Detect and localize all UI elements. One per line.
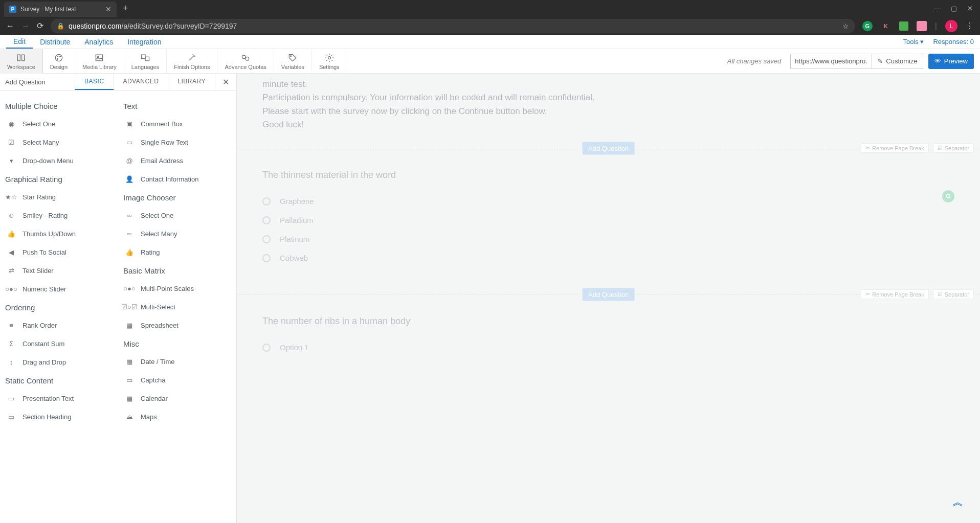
- close-sidebar-button[interactable]: ✕: [215, 74, 236, 90]
- qtype-email[interactable]: @Email Address: [123, 151, 231, 170]
- remove-page-break-button[interactable]: ✂Remove Page Break: [861, 143, 929, 153]
- qtype-select-many[interactable]: ☑Select Many: [5, 133, 113, 151]
- qtype-section-heading[interactable]: ▭Section Heading: [5, 407, 113, 426]
- qtype-maps[interactable]: ⛰Maps: [123, 407, 231, 426]
- question-block-2[interactable]: The number of ribs in a human body Optio…: [237, 301, 980, 377]
- svg-point-12: [291, 55, 292, 56]
- tools-dropdown[interactable]: Tools ▾: [903, 38, 924, 46]
- new-tab-button[interactable]: +: [117, 3, 135, 14]
- tab-advanced[interactable]: ADVANCED: [114, 74, 168, 90]
- extension-k-icon[interactable]: K: [881, 21, 891, 31]
- qtype-rank-order[interactable]: ≡Rank Order: [5, 316, 113, 334]
- numeric-slider-icon: ○●○: [6, 284, 16, 294]
- forward-button[interactable]: →: [21, 21, 30, 31]
- qtype-contact-info[interactable]: 👤Contact Information: [123, 170, 231, 188]
- add-question-button[interactable]: Add Question: [582, 288, 635, 301]
- pencil-icon: ✎: [877, 57, 883, 65]
- wand-icon: [187, 53, 197, 63]
- browser-tab[interactable]: P Survey : My first test ✕: [4, 2, 117, 17]
- radio-icon: [262, 197, 271, 206]
- qtype-thumbs[interactable]: 👍Thumbs Up/Down: [5, 224, 113, 243]
- option-row[interactable]: Cobweb: [262, 248, 954, 267]
- option-row[interactable]: Option 1: [262, 338, 954, 357]
- grammarly-icon[interactable]: G: [862, 21, 873, 31]
- question-block-1[interactable]: The thinnest material in the word Graphe…: [237, 154, 980, 288]
- grammarly-badge[interactable]: G: [942, 190, 954, 202]
- toolbar-settings[interactable]: Settings: [312, 49, 347, 74]
- chrome-menu-icon[interactable]: ⋮: [966, 21, 974, 31]
- toolbar-languages[interactable]: Languages: [124, 49, 167, 74]
- window-controls: — ▢ ✕: [934, 5, 980, 12]
- qtype-spreadsheet[interactable]: ▦Spreadsheet: [123, 316, 231, 334]
- toolbar-workspace[interactable]: Workspace: [0, 49, 43, 74]
- qtype-dropdown[interactable]: ▾Drop-down Menu: [5, 151, 113, 170]
- check-icon: ☑: [938, 145, 943, 151]
- option-row[interactable]: Graphene: [262, 192, 954, 211]
- qtype-img-select-many[interactable]: ▫▫Select Many: [123, 224, 231, 243]
- qtype-text-slider[interactable]: ⇄Text Slider: [5, 261, 113, 280]
- nav-distribute[interactable]: Distribute: [33, 36, 77, 48]
- star-icon[interactable]: ☆: [842, 22, 849, 30]
- star-icon: ★☆: [6, 192, 16, 202]
- toolbar-advance-quotas[interactable]: Advance Quotas: [217, 49, 274, 74]
- close-icon[interactable]: ✕: [105, 5, 112, 13]
- address-bar[interactable]: 🔒 questionpro.com/a/editSurvey.do?survey…: [51, 19, 855, 33]
- nav-edit[interactable]: Edit: [6, 35, 33, 49]
- qtype-presentation-text[interactable]: ▭Presentation Text: [5, 389, 113, 407]
- minimize-icon[interactable]: —: [934, 5, 941, 12]
- intro-text-block[interactable]: minute test. Participation is compulsory…: [237, 74, 980, 142]
- preview-button[interactable]: 👁 Preview: [928, 54, 974, 69]
- svg-point-10: [242, 55, 246, 59]
- tab-basic[interactable]: BASIC: [75, 74, 114, 90]
- extension-pink-icon[interactable]: [917, 21, 927, 31]
- browser-nav-bar: ← → ⟳ 🔒 questionpro.com/a/editSurvey.do?…: [0, 17, 980, 35]
- responses-link[interactable]: Responses: 0: [933, 38, 974, 46]
- qtype-calendar[interactable]: ▦Calendar: [123, 389, 231, 407]
- qtype-single-row-text[interactable]: ▭Single Row Text: [123, 133, 231, 151]
- qtype-select-one[interactable]: ◉Select One: [5, 115, 113, 133]
- qtype-constant-sum[interactable]: ΣConstant Sum: [5, 334, 113, 353]
- remove-page-break-button[interactable]: ✂Remove Page Break: [861, 289, 929, 299]
- qtype-img-select-one[interactable]: ▫▫Select One: [123, 206, 231, 224]
- extension-green-icon[interactable]: [899, 21, 908, 31]
- customize-button[interactable]: ✎ Customize: [872, 54, 923, 69]
- maximize-icon[interactable]: ▢: [951, 5, 957, 12]
- add-question-button[interactable]: Add Question: [582, 142, 635, 155]
- save-status: All changes saved: [727, 57, 782, 65]
- person-icon: 👤: [124, 174, 135, 184]
- smiley-icon: ☺: [6, 210, 16, 220]
- qtype-star-rating[interactable]: ★☆Star Rating: [5, 188, 113, 206]
- qtype-captcha[interactable]: ▭Captcha: [123, 371, 231, 389]
- question-title: The number of ribs in a human body: [262, 316, 954, 327]
- reload-button[interactable]: ⟳: [37, 21, 43, 31]
- qtype-smiley-rating[interactable]: ☺Smiley - Rating: [5, 206, 113, 224]
- qtype-push-social[interactable]: ◀Push To Social: [5, 243, 113, 261]
- map-icon: ⛰: [124, 412, 135, 422]
- nav-integration[interactable]: Integration: [120, 36, 168, 48]
- toolbar-finish-options[interactable]: Finish Options: [167, 49, 217, 74]
- separator-button[interactable]: ☑Separator: [933, 143, 974, 153]
- toolbar-design[interactable]: Design: [43, 49, 75, 74]
- option-row[interactable]: Platinum: [262, 230, 954, 248]
- tab-library[interactable]: LIBRARY: [168, 74, 215, 90]
- qtype-numeric-slider[interactable]: ○●○Numeric Slider: [5, 280, 113, 298]
- separator-button[interactable]: ☑Separator: [933, 289, 974, 299]
- toolbar-variables[interactable]: Variables: [274, 49, 312, 74]
- toolbar-media-library[interactable]: Media Library: [75, 49, 124, 74]
- tab-favicon: P: [9, 6, 16, 13]
- back-button[interactable]: ←: [6, 21, 14, 31]
- qtype-multi-point[interactable]: ○●○Multi-Point Scales: [123, 279, 231, 298]
- survey-url-field[interactable]: [790, 54, 872, 69]
- profile-avatar[interactable]: L: [945, 20, 957, 32]
- scroll-to-top-button[interactable]: ︽: [952, 494, 964, 510]
- qtype-comment-box[interactable]: ▣Comment Box: [123, 115, 231, 133]
- gear-icon: [324, 53, 335, 63]
- qtype-drag-drop[interactable]: ↕Drag and Drop: [5, 353, 113, 371]
- checkbox-icon: ☑: [6, 137, 16, 147]
- close-window-icon[interactable]: ✕: [967, 5, 973, 12]
- qtype-img-rating[interactable]: 👍Rating: [123, 243, 231, 261]
- option-row[interactable]: Palladium: [262, 211, 954, 230]
- qtype-multi-select[interactable]: ☑○☑Multi-Select: [123, 298, 231, 316]
- qtype-date-time[interactable]: ▦Date / Time: [123, 352, 231, 371]
- nav-analytics[interactable]: Analytics: [77, 36, 120, 48]
